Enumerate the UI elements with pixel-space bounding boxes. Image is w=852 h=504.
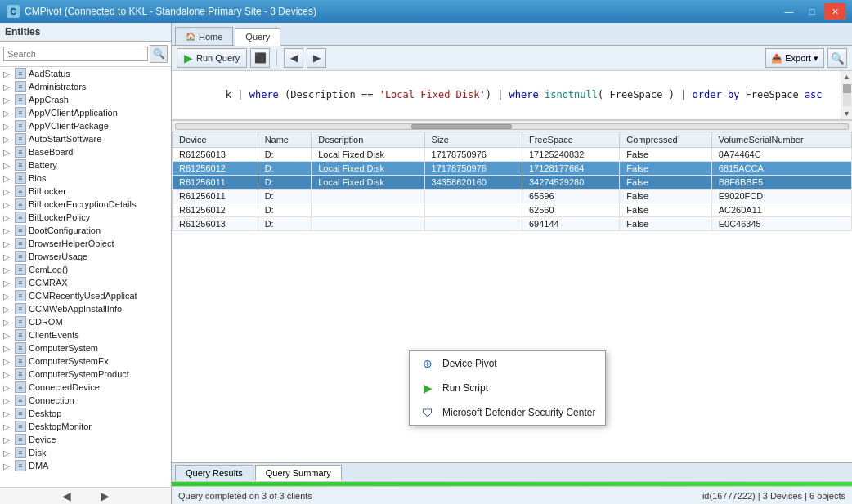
forward-button[interactable]: ▶: [307, 48, 326, 68]
list-item[interactable]: ▷ ≡ ComputerSystem: [0, 341, 171, 355]
list-item[interactable]: ▷ ≡ Bios: [0, 172, 171, 185]
node-icon: ≡: [15, 68, 26, 79]
vscroll-down-arrow[interactable]: ▼: [841, 108, 852, 119]
context-menu-run-script[interactable]: ▶ Run Script: [410, 376, 605, 400]
sidebar-item-label: Bios: [29, 173, 46, 183]
list-item[interactable]: ▷ ≡ Device: [0, 433, 171, 446]
vscroll-up-arrow[interactable]: ▲: [841, 71, 852, 83]
list-item[interactable]: ▷ ≡ BrowserHelperObject: [0, 237, 171, 250]
list-item[interactable]: ▷ ≡ AutoStartSoftware: [0, 132, 171, 145]
list-item[interactable]: ▷ ≡ AppCrash: [0, 93, 171, 106]
col-device[interactable]: Device: [173, 132, 258, 148]
maximize-button[interactable]: □: [801, 3, 823, 20]
node-icon: ≡: [15, 368, 26, 380]
list-item[interactable]: ▷ ≡ BitLocker: [0, 185, 171, 198]
list-item[interactable]: ▷ ≡ AadStatus: [0, 67, 171, 80]
query-editor: k | where (Description == 'Local Fixed D…: [172, 71, 852, 120]
table-row[interactable]: R61256011 D: 65696 False E9020FCD: [173, 190, 852, 203]
query-results-tab-label: Query Results: [186, 468, 243, 478]
sidebar-item-label: CCMRecentlyUsedApplicat: [29, 291, 137, 301]
list-item[interactable]: ▷ ≡ Administrators: [0, 80, 171, 93]
search-input[interactable]: [3, 47, 148, 61]
cell-size: 34358620160: [424, 176, 522, 190]
tab-home[interactable]: 🏠 Home: [175, 27, 233, 45]
expand-icon: ▷: [3, 409, 13, 418]
list-item[interactable]: ▷ ≡ Desktop: [0, 407, 171, 420]
vscroll-track: [843, 84, 851, 106]
stop-button[interactable]: ⬛: [250, 48, 270, 68]
context-menu-device-pivot[interactable]: ⊕ Device Pivot: [410, 351, 605, 376]
expand-icon: ▷: [3, 462, 13, 471]
col-size[interactable]: Size: [424, 132, 522, 148]
run-query-label: Run Query: [196, 53, 240, 63]
sidebar-item-label: Administrators: [29, 82, 86, 91]
minimize-button[interactable]: —: [778, 3, 800, 20]
query-str: 'Local Fixed Disk': [379, 89, 486, 100]
cell-description: Local Fixed Disk: [312, 148, 424, 162]
expand-icon: ▷: [3, 265, 13, 274]
table-row[interactable]: R61256011 D: Local Fixed Disk 3435862016…: [173, 176, 852, 190]
node-icon: ≡: [15, 251, 26, 262]
list-item[interactable]: ▷ ≡ BootConfiguration: [0, 224, 171, 237]
list-item[interactable]: ▷ ≡ CcmLog(): [0, 263, 171, 276]
close-button[interactable]: ✕: [824, 3, 845, 20]
run-query-button[interactable]: ▶ Run Query: [177, 48, 247, 68]
node-icon: ≡: [15, 395, 26, 406]
list-item[interactable]: ▷ ≡ DesktopMonitor: [0, 420, 171, 433]
context-menu-defender[interactable]: 🛡 Microsoft Defender Security Center: [410, 400, 605, 425]
table-row[interactable]: R61256012 D: 62560 False AC260A11: [173, 203, 852, 217]
query-horizontal-scrollbar[interactable]: [172, 120, 852, 132]
tab-query-summary[interactable]: Query Summary: [255, 465, 342, 481]
search-button[interactable]: 🔍: [150, 45, 168, 63]
list-item[interactable]: ▷ ≡ Connection: [0, 394, 171, 407]
list-item[interactable]: ▷ ≡ Battery: [0, 158, 171, 172]
expand-icon: ▷: [3, 109, 13, 118]
list-item[interactable]: ▷ ≡ ComputerSystemProduct: [0, 368, 171, 381]
cell-name: D:: [258, 190, 312, 203]
col-name[interactable]: Name: [258, 132, 312, 148]
list-item[interactable]: ▷ ≡ ConnectedDevice: [0, 381, 171, 394]
expand-icon: ▷: [3, 187, 13, 196]
query-text[interactable]: k | where (Description == 'Local Fixed D…: [172, 74, 852, 115]
table-row[interactable]: R61256013 D: Local Fixed Disk 1717875097…: [173, 148, 852, 162]
scroll-right-arrow[interactable]: ▶: [94, 489, 116, 502]
list-item[interactable]: ▷ ≡ DMA: [0, 459, 171, 472]
list-item[interactable]: ▷ ≡ CCMRecentlyUsedApplicat: [0, 289, 171, 302]
list-item[interactable]: ▷ ≡ CCMWebAppInstallInfo: [0, 302, 171, 315]
table-row[interactable]: R61256013 D: 694144 False E0C46345: [173, 217, 852, 231]
toolbar-search-button[interactable]: 🔍: [827, 48, 847, 68]
query-vertical-scrollbar[interactable]: ▲ ▼: [841, 71, 852, 119]
node-icon: ≡: [15, 146, 26, 158]
list-item[interactable]: ▷ ≡ BitLockerPolicy: [0, 211, 171, 224]
main-container: Entities 🔍 ▷ ≡ AadStatus ▷ ≡ Administrat…: [0, 23, 852, 504]
back-button[interactable]: ◀: [284, 48, 303, 68]
expand-icon: ▷: [3, 331, 13, 340]
list-item[interactable]: ▷ ≡ CDROM: [0, 315, 171, 328]
col-compressed[interactable]: Compressed: [620, 132, 711, 148]
col-freespace[interactable]: FreeSpace: [522, 132, 619, 148]
table-row[interactable]: R61256012 D: Local Fixed Disk 1717875097…: [173, 162, 852, 176]
results-table-container[interactable]: Device Name Description Size FreeSpace C…: [172, 132, 852, 462]
list-item[interactable]: ▷ ≡ ClientEvents: [0, 328, 171, 341]
col-vsn[interactable]: VolumeSerialNumber: [711, 132, 851, 148]
list-item[interactable]: ▷ ≡ CCMRAX: [0, 276, 171, 289]
col-description[interactable]: Description: [312, 132, 424, 148]
sidebar-header: Entities: [0, 23, 171, 42]
list-item[interactable]: ▷ ≡ AppVClientApplication: [0, 106, 171, 119]
list-item[interactable]: ▷ ≡ Disk: [0, 446, 171, 459]
export-button[interactable]: 📤 Export ▾: [765, 48, 824, 68]
list-item[interactable]: ▷ ≡ AppVClientPackage: [0, 119, 171, 132]
node-icon: ≡: [15, 264, 26, 275]
list-item[interactable]: ▷ ≡ BitLockerEncryptionDetails: [0, 198, 171, 211]
scroll-left-arrow[interactable]: ◀: [56, 489, 78, 502]
expand-icon: ▷: [3, 213, 13, 222]
node-icon: ≡: [15, 159, 26, 171]
list-item[interactable]: ▷ ≡ BaseBoard: [0, 145, 171, 158]
list-item[interactable]: ▷ ≡ ComputerSystemEx: [0, 355, 171, 368]
cell-compressed: False: [620, 190, 711, 203]
list-item[interactable]: ▷ ≡ BrowserUsage: [0, 250, 171, 263]
sidebar-item-label: BrowserHelperObject: [29, 239, 114, 248]
tab-query[interactable]: Query: [235, 28, 280, 46]
tab-query-results[interactable]: Query Results: [175, 465, 253, 481]
context-defender-label: Microsoft Defender Security Center: [442, 407, 595, 418]
